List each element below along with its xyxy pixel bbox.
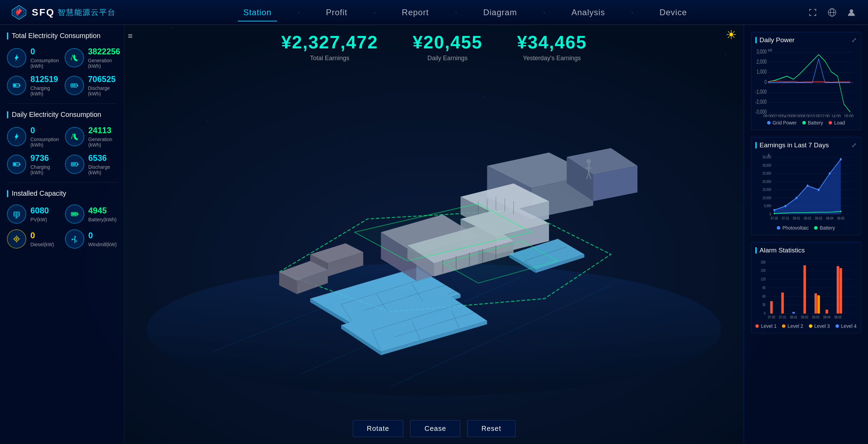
- svg-point-29: [16, 238, 17, 240]
- daily-consumption-label: Consumption(kWh): [30, 137, 59, 148]
- daily-discharge-label: Discharge(kWh): [88, 164, 110, 175]
- installed-capacity-section: Installed Capacity 6080 PV(kW): [7, 189, 117, 249]
- svg-rect-109: [814, 293, 817, 314]
- header-right: [799, 6, 868, 19]
- svg-text:15,000: 15,000: [763, 187, 771, 192]
- daily-charging-label: Charging(kWh): [30, 164, 50, 175]
- total-earnings-label: Total Earnings: [281, 55, 378, 62]
- svg-rect-105: [770, 301, 773, 314]
- daily-power-legend: Grid Power Battery Load: [755, 120, 857, 126]
- svg-text:07-31: 07-31: [779, 316, 786, 320]
- svg-rect-106: [781, 293, 784, 314]
- earnings-chart: ¥ 35,000 30,000 25,000 20,000 15,000 10,…: [755, 153, 857, 222]
- svg-point-80: [829, 172, 830, 175]
- svg-text:09:00: 09:00: [763, 113, 773, 117]
- svg-text:3,000: 3,000: [756, 48, 767, 55]
- svg-rect-27: [72, 213, 77, 215]
- earnings-7days-legend: Photovoltaic Battery: [755, 225, 857, 231]
- legend-grid-power: Grid Power: [767, 120, 797, 126]
- nav-station[interactable]: Station: [238, 5, 277, 20]
- svg-text:08:00: 08:00: [801, 113, 811, 117]
- total-consumption-section: Total Electricity Consumption 0 Consumpt…: [7, 32, 117, 96]
- alarm-stats-title: Alarm Statistics: [755, 247, 857, 254]
- daily-power-title: Daily Power: [755, 36, 857, 44]
- legend-battery-2: Battery: [814, 225, 835, 231]
- svg-text:-2,000: -2,000: [755, 99, 767, 105]
- svg-text:90: 90: [762, 286, 765, 290]
- daily-power-expand-icon[interactable]: ⤢: [851, 36, 857, 44]
- battery-icon-1: +: [7, 76, 26, 95]
- earnings-expand-icon[interactable]: ⤢: [851, 141, 857, 149]
- svg-point-83: [840, 211, 841, 212]
- battery-capacity-label: Battery(kWh): [88, 217, 117, 222]
- pv-capacity-label: PV(kW): [30, 217, 49, 222]
- nav-menu: Station · Profit · Report · Diagram · An…: [131, 5, 799, 20]
- battery-capacity-stat: 4945 Battery(kWh): [65, 204, 117, 224]
- left-panel: Total Electricity Consumption 0 Consumpt…: [0, 25, 124, 444]
- battery-out-icon-1: [65, 76, 84, 95]
- svg-text:+: +: [16, 163, 17, 166]
- main-area: ¥2,327,472 Total Earnings ¥20,455 Daily …: [124, 25, 744, 444]
- nav-report[interactable]: Report: [396, 5, 434, 20]
- svg-text:08-02: 08-02: [804, 216, 811, 220]
- daily-generation-stat: 24113 Generation(kWh): [65, 126, 117, 148]
- svg-text:07-30: 07-30: [771, 216, 778, 220]
- user-icon[interactable]: [845, 6, 858, 19]
- svg-rect-12: [72, 84, 76, 86]
- svg-text:kW: kW: [768, 48, 772, 52]
- svg-text:10,000: 10,000: [763, 196, 771, 200]
- reset-button[interactable]: Reset: [467, 420, 515, 437]
- battery-capacity-icon: [65, 204, 84, 224]
- svg-text:150: 150: [761, 269, 766, 273]
- yesterday-earnings-value: ¥34,465: [517, 32, 587, 53]
- total-consumption-title: Total Electricity Consumption: [7, 32, 117, 40]
- svg-point-183: [587, 159, 591, 164]
- svg-point-5: [850, 9, 853, 13]
- total-discharge-label: Discharge(kWh): [88, 85, 116, 96]
- svg-text:08-01: 08-01: [793, 216, 800, 220]
- recycle-icon-2: [65, 127, 84, 146]
- daily-earnings-item: ¥20,455 Daily Earnings: [413, 32, 482, 62]
- daily-consumption-title: Daily Electricity Consumption: [7, 111, 117, 119]
- battery-out-icon-2: [65, 155, 84, 174]
- svg-text:120: 120: [761, 277, 766, 281]
- cease-button[interactable]: Cease: [410, 420, 460, 437]
- svg-text:16:00: 16:00: [844, 113, 853, 117]
- legend-level4: Level 4: [836, 323, 857, 329]
- total-earnings-item: ¥2,327,472 Total Earnings: [281, 32, 378, 62]
- svg-text:08-01: 08-01: [790, 316, 797, 320]
- svg-text:02:00: 02:00: [773, 113, 782, 117]
- total-discharge-stat: 706525 Discharge(kWh): [65, 74, 120, 96]
- svg-text:2,000: 2,000: [756, 58, 767, 65]
- total-stats-grid: 0 Consumption(kWh) 3822256 Generation(kW…: [7, 47, 117, 96]
- svg-text:08-02: 08-02: [801, 316, 808, 320]
- alarm-stats-container: Alarm Statistics 180 150 120 90 60 30 0: [751, 242, 861, 333]
- windmill-capacity-value: 0: [88, 231, 117, 240]
- installed-capacity-title: Installed Capacity: [7, 189, 117, 197]
- svg-rect-7: [19, 85, 20, 86]
- daily-earnings-value: ¥20,455: [413, 32, 482, 53]
- 3d-scene-area: [124, 69, 744, 413]
- nav-analysis[interactable]: Analysis: [566, 5, 611, 20]
- nav-profit[interactable]: Profit: [320, 5, 353, 20]
- svg-text:30: 30: [762, 303, 765, 307]
- legend-level2: Level 2: [782, 323, 803, 329]
- nav-device[interactable]: Device: [654, 5, 692, 20]
- fullscreen-icon[interactable]: [806, 6, 819, 19]
- svg-text:08-05: 08-05: [837, 216, 845, 220]
- alarm-chart: 180 150 120 90 60 30 0: [755, 258, 857, 321]
- daily-generation-value: 24113: [88, 126, 112, 135]
- svg-text:07-30: 07-30: [768, 316, 775, 320]
- total-earnings-value: ¥2,327,472: [281, 32, 378, 53]
- svg-point-78: [806, 185, 808, 187]
- total-consumption-label: Consumption(kWh): [30, 58, 59, 69]
- globe-icon[interactable]: [826, 6, 838, 19]
- pv-capacity-stat: 6080 PV(kW): [7, 204, 59, 224]
- svg-text:5,000: 5,000: [764, 204, 771, 208]
- wind-icon: [65, 229, 84, 249]
- windmill-capacity-stat: 0 Windmill(kW): [65, 229, 117, 249]
- svg-point-76: [784, 205, 786, 207]
- nav-diagram[interactable]: Diagram: [478, 5, 522, 20]
- rotate-button[interactable]: Rotate: [353, 420, 404, 437]
- windmill-capacity-label: Windmill(kW): [88, 242, 117, 247]
